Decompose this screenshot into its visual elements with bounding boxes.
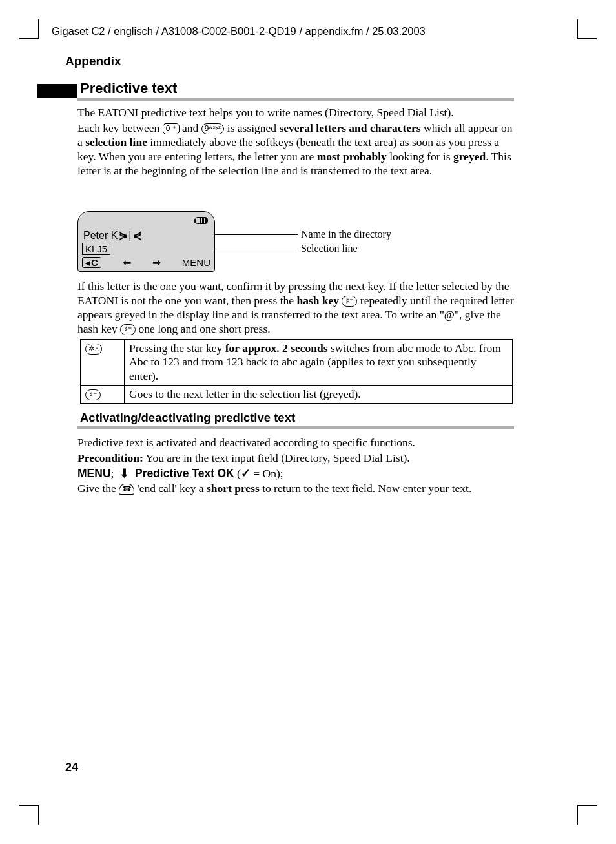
text: = On); [251, 467, 283, 480]
heading-bar [37, 84, 77, 98]
ok-label: OK [217, 467, 234, 480]
crop-mark [577, 19, 597, 39]
text-bold: most probably [317, 150, 387, 163]
text-bold: short press [207, 482, 260, 495]
end-call-key-icon: ☎ [119, 484, 134, 495]
key-star-icon: ✲▵ [85, 344, 102, 355]
battery-icon [195, 217, 208, 224]
menu-key-label: MENU [77, 467, 111, 480]
text: and [180, 121, 201, 134]
selection-line-box: KLJ5 [82, 243, 110, 255]
heading-predictive-text: Predictive text [80, 80, 177, 97]
key-function-table: ✲▵ Pressing the star key for approx. 2 s… [80, 339, 513, 404]
text: Each key between [77, 121, 163, 134]
phone-display-illustration: Peter K⋟|⋞ KLJ5 ◂C ⬅ ➡ MENU Name in the … [77, 211, 433, 276]
key-hash-icon: ♯⁼ [120, 324, 136, 335]
key-cell: ♯⁼ [81, 386, 125, 404]
callout-selection: Selection line [301, 243, 358, 254]
text: The EATONI predictive text helps you to … [77, 106, 454, 119]
text: Give the [77, 482, 119, 495]
section-title: Appendix [65, 54, 121, 68]
key-0-icon: 0 ⁺ [163, 123, 180, 134]
body-paragraph-2: If this letter is the one you want, conf… [77, 280, 514, 336]
desc-cell: Goes to the next letter in the selection… [125, 386, 513, 404]
down-arrow-icon: ⬇ [119, 467, 129, 480]
text: one long and one short press. [136, 322, 271, 335]
text-bold: several letters and characters [279, 121, 420, 134]
callout-name: Name in the directory [301, 229, 391, 240]
menu-softkey: MENU [182, 257, 210, 268]
page-number: 24 [65, 761, 78, 774]
heading-activating: Activating/deactivating predictive text [80, 411, 295, 425]
crop-mark [19, 19, 39, 39]
body-paragraph-1: The EATONI predictive text helps you to … [77, 106, 514, 179]
desc-cell: Pressing the star key for approx. 2 seco… [125, 340, 513, 386]
crop-mark [19, 805, 39, 825]
text-bold: greyed [453, 150, 486, 163]
caret-icon: ⋞ [133, 229, 141, 242]
caret-icon: ⋟ [119, 229, 127, 242]
key-cell: ✲▵ [81, 340, 125, 386]
key-hash-icon: ♯⁼ [342, 296, 357, 307]
softkey-row: ◂C ⬅ ➡ MENU [82, 256, 210, 269]
text-bold: for approx. 2 seconds [225, 342, 328, 355]
right-arrow-icon: ➡ [152, 256, 161, 269]
text-bold: hash key [296, 294, 339, 307]
text: to return to the text field. Now enter y… [260, 482, 472, 495]
doc-header: Gigaset C2 / englisch / A31008-C002-B001… [52, 25, 426, 37]
phone-screen: Peter K⋟|⋞ KLJ5 ◂C ⬅ ➡ MENU [77, 211, 215, 272]
left-arrow-icon: ⬅ [123, 256, 131, 269]
text: Predictive text is activated and deactiv… [77, 436, 415, 449]
directory-name-line: Peter K⋟|⋞ [83, 229, 141, 242]
semicolon: ; [111, 467, 120, 480]
text: is assigned [224, 121, 279, 134]
text: 'end call' key a [134, 482, 207, 495]
crop-mark [577, 805, 597, 825]
callout-line [215, 249, 298, 249]
clear-key: ◂C [82, 257, 101, 268]
precondition-label: Precondition: [77, 451, 143, 464]
predictive-text-label: Predictive Text [135, 467, 214, 480]
text-bold: selection line [85, 136, 147, 149]
text: looking for is [387, 150, 453, 163]
key-hash-icon: ♯⁼ [85, 389, 101, 400]
text: Pressing the star key [129, 342, 225, 355]
name-text: Peter K [83, 230, 118, 242]
back-arrow-icon: ◂ [85, 258, 90, 267]
cursor-icon: | [128, 230, 131, 242]
check-icon: ✓ [241, 467, 251, 480]
heading-rule [77, 426, 514, 429]
body-activating: Predictive text is activated and deactiv… [77, 435, 514, 497]
key-9-icon: 9ʷˣʸᶻ [201, 123, 225, 134]
heading-rule [77, 98, 514, 101]
text: You are in the text input field (Directo… [143, 451, 410, 464]
table-row: ✲▵ Pressing the star key for approx. 2 s… [81, 340, 513, 386]
table-row: ♯⁼ Goes to the next letter in the select… [81, 386, 513, 404]
c-label: C [91, 258, 98, 267]
callout-line [215, 234, 298, 235]
